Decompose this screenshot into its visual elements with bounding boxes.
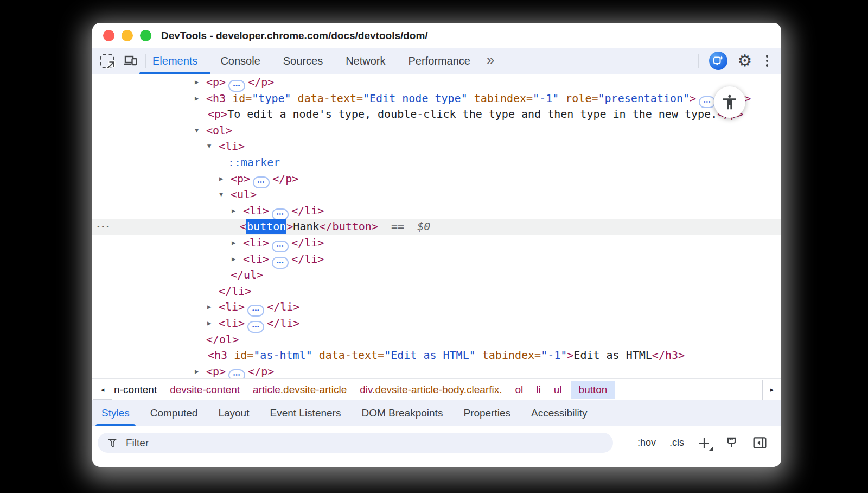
- breadcrumb-scroll-right-button[interactable]: ▸: [762, 380, 781, 400]
- dom-node-text: </li>: [92, 283, 251, 300]
- traffic-lights: [103, 30, 151, 41]
- sidebar-tab-computed[interactable]: Computed: [150, 400, 198, 426]
- rendering-emulation-button[interactable]: [724, 436, 739, 450]
- breadcrumb-item-article-devsite-article[interactable]: article.devsite-article: [253, 384, 347, 396]
- element-classes-button[interactable]: .cls: [669, 437, 684, 448]
- tree-row[interactable]: ▶<li></li>: [92, 251, 781, 268]
- code-token: >: [690, 92, 696, 105]
- toolbar-divider: [698, 54, 699, 68]
- collapse-arrow-icon[interactable]: ▼: [195, 123, 199, 139]
- expand-arrow-icon[interactable]: ▶: [219, 171, 223, 187]
- expand-arrow-icon[interactable]: ▶: [195, 364, 199, 378]
- devtools-toolbar: ElementsConsoleSourcesNetworkPerformance…: [92, 48, 781, 74]
- crumb-segment: button: [579, 384, 608, 395]
- breadcrumb-scroll-left-button[interactable]: ◂: [93, 380, 112, 400]
- tab-sources[interactable]: Sources: [283, 48, 323, 74]
- style-filter-input[interactable]: [125, 437, 561, 450]
- code-token: </li>: [291, 236, 324, 249]
- code-token: id=: [232, 92, 252, 105]
- breadcrumb-item-ol[interactable]: ol: [515, 384, 524, 396]
- tab-console[interactable]: Console: [220, 48, 260, 74]
- code-token: <li>: [219, 140, 245, 153]
- style-filter-field[interactable]: [98, 433, 613, 453]
- tree-row[interactable]: ▼<li>: [92, 138, 781, 155]
- toggle-device-toolbar-button[interactable]: [123, 53, 139, 69]
- expand-arrow-icon[interactable]: ▶: [207, 299, 211, 315]
- tree-row[interactable]: ::marker: [92, 155, 781, 171]
- sidebar-tab-properties[interactable]: Properties: [463, 400, 510, 426]
- sidebar-tab-dom-breakpoints[interactable]: DOM Breakpoints: [361, 400, 443, 426]
- expand-arrow-icon[interactable]: ▶: [232, 251, 235, 268]
- settings-gear-icon[interactable]: ⚙: [738, 53, 752, 69]
- sidebar-tab-styles[interactable]: Styles: [101, 400, 130, 426]
- breadcrumb-item-li[interactable]: li: [536, 384, 540, 396]
- tree-row[interactable]: </ul>: [92, 267, 781, 283]
- sidebar-tab-event-listeners[interactable]: Event Listeners: [270, 400, 341, 426]
- tab-performance[interactable]: Performance: [409, 48, 471, 74]
- close-button[interactable]: [103, 30, 114, 41]
- code-token: $0: [417, 220, 430, 233]
- collapse-arrow-icon[interactable]: ▼: [219, 187, 223, 203]
- sidebar-tab-layout[interactable]: Layout: [218, 400, 249, 426]
- node-options-icon[interactable]: •••: [97, 219, 111, 235]
- plus-menu-arrow-icon: [709, 447, 713, 451]
- breadcrumb-item-ul[interactable]: ul: [554, 384, 562, 396]
- code-token: "Edit node type": [363, 92, 468, 105]
- expand-children-ellipsis-button[interactable]: [228, 369, 245, 378]
- dom-node-text: <p></p>: [92, 364, 274, 378]
- panel-tabs: ElementsConsoleSourcesNetworkPerformance: [152, 48, 493, 74]
- dom-node-text: <h3 id="as-html" data-text="Edit as HTML…: [92, 347, 685, 364]
- tree-row[interactable]: </li>: [92, 283, 781, 300]
- breadcrumb-item-button[interactable]: button: [571, 381, 616, 399]
- tree-row[interactable]: ▶<p></p>: [92, 171, 781, 187]
- code-token: [312, 349, 319, 362]
- breadcrumb-item-n-content[interactable]: n-content: [114, 384, 157, 396]
- code-token: <p>: [206, 75, 226, 89]
- expand-arrow-icon[interactable]: ▶: [232, 203, 235, 219]
- dom-node-text: <ol>: [92, 123, 232, 139]
- tree-row[interactable]: <h3 id="as-html" data-text="Edit as HTML…: [92, 347, 781, 364]
- toggle-element-state-button[interactable]: :hov: [637, 437, 656, 448]
- tree-row[interactable]: ▼<ol>: [92, 123, 781, 139]
- code-token: Hank: [293, 220, 319, 233]
- tree-row[interactable]: <p>To edit a node's type, double-click t…: [92, 106, 781, 123]
- crumb-segment: .devsite-article-body.clearfix.: [372, 384, 502, 395]
- collapse-arrow-icon[interactable]: ▼: [207, 138, 211, 155]
- code-token: <h3: [206, 92, 232, 105]
- code-token: <ol>: [206, 124, 232, 137]
- tab-elements[interactable]: Elements: [152, 48, 197, 74]
- tree-row[interactable]: ▶<h3 id="type" data-text="Edit node type…: [92, 91, 781, 107]
- code-token: <li>: [243, 204, 269, 217]
- tree-row-selected[interactable]: •••<button>Hank</button> == $0: [92, 219, 781, 235]
- crumb-segment: n-content: [114, 384, 157, 395]
- expand-arrow-icon[interactable]: ▶: [207, 315, 211, 332]
- tree-row[interactable]: ▼<ul>: [92, 187, 781, 203]
- dom-node-text: <h3 id="type" data-text="Edit node type"…: [92, 91, 751, 108]
- expand-arrow-icon[interactable]: ▶: [195, 74, 199, 91]
- expand-arrow-icon[interactable]: ▶: [232, 235, 235, 251]
- expand-arrow-icon[interactable]: ▶: [195, 91, 199, 107]
- tree-row[interactable]: ▶<li></li>: [92, 315, 781, 332]
- ai-assistant-button[interactable]: [709, 52, 727, 70]
- code-token: </p>: [248, 365, 274, 378]
- breadcrumb-item-div-devsite-article-body-clearfix-[interactable]: div.devsite-article-body.clearfix.: [360, 384, 502, 396]
- tree-row[interactable]: ▶<li></li>: [92, 235, 781, 251]
- breadcrumb: n-contentdevsite-contentarticle.devsite-…: [114, 379, 761, 400]
- tree-row[interactable]: </ol>: [92, 332, 781, 348]
- accessibility-cursor-badge: [714, 86, 745, 118]
- sidebar-tab-accessibility[interactable]: Accessibility: [531, 400, 587, 426]
- kebab-menu-icon[interactable]: [763, 54, 772, 68]
- breadcrumb-item-devsite-content[interactable]: devsite-content: [170, 384, 240, 396]
- inspect-element-button[interactable]: [99, 53, 115, 69]
- toolbar-divider: [145, 54, 146, 68]
- new-style-rule-button[interactable]: [698, 437, 711, 450]
- tree-row[interactable]: ▶<li></li>: [92, 299, 781, 315]
- zoom-button[interactable]: [140, 30, 151, 41]
- tree-row[interactable]: ▶<p></p>: [92, 74, 781, 91]
- tree-row[interactable]: ▶<p></p>: [92, 364, 781, 378]
- dock-sidebar-button[interactable]: [752, 436, 767, 450]
- more-tabs-button[interactable]: »: [487, 52, 494, 71]
- tree-row[interactable]: ▶<li></li>: [92, 203, 781, 219]
- minimize-button[interactable]: [122, 30, 133, 41]
- tab-network[interactable]: Network: [346, 48, 385, 74]
